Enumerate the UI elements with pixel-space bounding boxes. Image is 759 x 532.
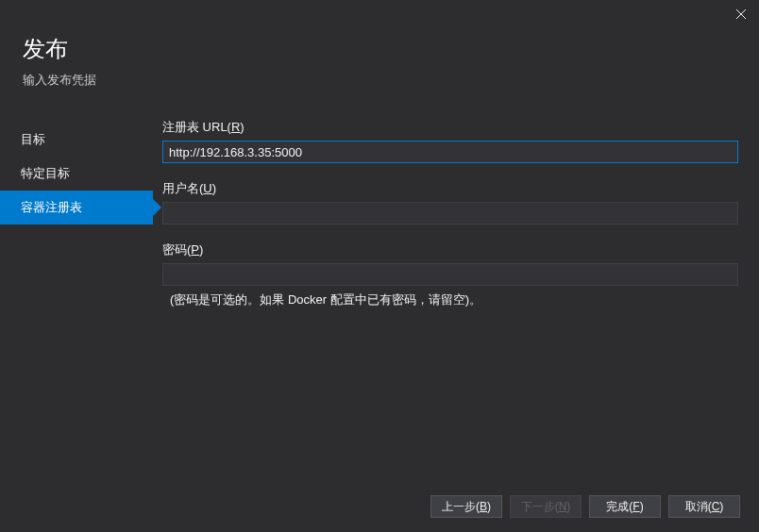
sidebar-item-label: 目标 xyxy=(21,132,45,146)
dialog-footer: 上一步(B) 下一步(N) 完成(F) 取消(C) xyxy=(0,481,759,532)
finish-button[interactable]: 完成(F) xyxy=(589,495,661,518)
close-button[interactable] xyxy=(734,8,748,21)
sidebar-item-label: 特定目标 xyxy=(21,166,70,180)
wizard-sidebar: 目标 特定目标 容器注册表 xyxy=(0,106,153,483)
back-button[interactable]: 上一步(B) xyxy=(430,495,502,518)
password-input[interactable] xyxy=(162,263,738,286)
registry-url-label: 注册表 URL(R) xyxy=(162,119,738,136)
dialog-content: 目标 特定目标 容器注册表 注册表 URL(R) 用户名(U) 密码(P) xyxy=(0,106,759,483)
username-input[interactable] xyxy=(162,202,738,224)
username-group: 用户名(U) xyxy=(162,180,738,224)
username-label: 用户名(U) xyxy=(162,180,738,197)
form-area: 注册表 URL(R) 用户名(U) 密码(P) (密码是可选的。如果 Docke… xyxy=(153,106,759,483)
titlebar xyxy=(0,0,759,28)
dialog-header: 发布 输入发布凭据 xyxy=(0,28,759,106)
dialog-title: 发布 xyxy=(23,34,736,64)
cancel-button[interactable]: 取消(C) xyxy=(668,495,740,518)
dialog-subtitle: 输入发布凭据 xyxy=(23,72,736,89)
password-label: 密码(P) xyxy=(162,241,738,258)
password-help-text: (密码是可选的。如果 Docker 配置中已有密码，请留空)。 xyxy=(162,291,738,308)
sidebar-item-target[interactable]: 目标 xyxy=(0,123,153,157)
password-group: 密码(P) (密码是可选的。如果 Docker 配置中已有密码，请留空)。 xyxy=(162,241,738,308)
close-icon xyxy=(736,9,746,19)
sidebar-item-container-registry[interactable]: 容器注册表 xyxy=(0,191,153,224)
sidebar-item-label: 容器注册表 xyxy=(21,200,82,214)
next-button: 下一步(N) xyxy=(510,495,582,518)
sidebar-item-specific-target[interactable]: 特定目标 xyxy=(0,157,153,191)
registry-url-input[interactable] xyxy=(162,141,738,163)
registry-url-group: 注册表 URL(R) xyxy=(162,119,738,163)
